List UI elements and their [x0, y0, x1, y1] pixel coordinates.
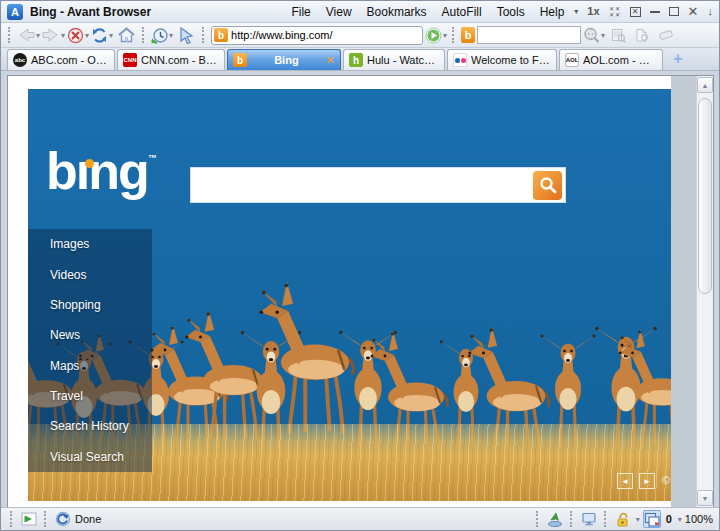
find-page-icon: [635, 28, 650, 43]
refresh-button[interactable]: ▾: [91, 24, 113, 46]
zoom-dropdown-icon[interactable]: ▾: [678, 515, 682, 524]
close-all-tabs-icon[interactable]: ✕✕✕✕: [609, 6, 621, 18]
image-copyright[interactable]: ©: [662, 474, 670, 486]
search-engine-dropdown-icon[interactable]: ▾: [601, 31, 605, 40]
minimize-button[interactable]: [650, 10, 660, 13]
menu-autofill[interactable]: AutoFill: [442, 5, 482, 19]
page-frame: bıng™ Images Videos Shopping News Maps T…: [7, 75, 714, 507]
toolbar-grip[interactable]: [8, 27, 12, 43]
bing-search-bar[interactable]: [190, 167, 566, 203]
back-button[interactable]: ▾: [17, 24, 40, 46]
menu-file[interactable]: File: [291, 5, 310, 19]
menu-item-shopping[interactable]: Shopping: [28, 290, 152, 320]
bing-search-button[interactable]: [533, 171, 562, 200]
menu-help-fill[interactable]: Tools: [497, 5, 525, 19]
tab-abc[interactable]: abc ABC.com - Officia...: [7, 49, 115, 70]
abc-favicon: abc: [13, 53, 27, 67]
maximize-button[interactable]: [669, 7, 679, 16]
bing-search-input[interactable]: [194, 171, 533, 199]
menu-item-visual-search[interactable]: Visual Search: [28, 442, 152, 472]
search-engine-select-button[interactable]: ▾: [583, 24, 605, 46]
search-box[interactable]: [477, 26, 581, 44]
menu-bookmarks[interactable]: Bookmarks: [367, 5, 427, 19]
speed-mode-button[interactable]: [546, 510, 564, 528]
tab-close-icon[interactable]: ✕: [326, 54, 335, 67]
statusbar-grip: [604, 511, 608, 527]
loading-complete-icon: [55, 511, 71, 527]
menu-item-travel[interactable]: Travel: [28, 381, 152, 411]
address-input[interactable]: [231, 29, 420, 41]
scroll-down-icon[interactable]: ▼: [697, 490, 713, 506]
menu-item-search-history[interactable]: Search History: [28, 411, 152, 441]
popup-count: 0: [666, 513, 672, 525]
popup-blocker-icon: [644, 512, 660, 527]
toolbar-grip[interactable]: [142, 27, 146, 43]
scrollbar-thumb[interactable]: [698, 98, 712, 294]
unlocked-padlock-icon: [615, 512, 630, 527]
mouse-gesture-button[interactable]: [175, 24, 197, 46]
popup-blocker-button[interactable]: [643, 510, 661, 528]
stop-dropdown-icon[interactable]: ▾: [85, 31, 89, 40]
load-status-button[interactable]: [54, 510, 72, 528]
menu-view[interactable]: View: [326, 5, 352, 19]
find-in-page-button[interactable]: [631, 24, 653, 46]
tab-flickr[interactable]: Welcome to Flickr...: [447, 49, 557, 70]
save-form-button[interactable]: [607, 24, 629, 46]
content-area: bıng™ Images Videos Shopping News Maps T…: [1, 71, 719, 507]
go-button[interactable]: ▾: [425, 24, 447, 46]
network-monitor-icon: [581, 512, 597, 526]
go-dropdown-icon[interactable]: ▾: [443, 31, 447, 40]
menu-item-videos[interactable]: Videos: [28, 259, 152, 289]
history-button[interactable]: ▾: [151, 24, 173, 46]
eraser-icon: [658, 28, 674, 42]
zoom-1x-button[interactable]: 1x: [587, 6, 599, 17]
toolbar-grip[interactable]: [202, 27, 206, 43]
menu-item-maps[interactable]: Maps: [28, 351, 152, 381]
address-bar[interactable]: b: [211, 26, 423, 45]
home-button[interactable]: [115, 24, 137, 46]
vertical-scrollbar[interactable]: ▲ ▼: [696, 76, 713, 507]
history-dropdown-icon[interactable]: ▾: [169, 31, 173, 40]
security-button[interactable]: [614, 510, 632, 528]
search-input[interactable]: [481, 29, 577, 41]
window-title: Bing - Avant Browser: [30, 5, 151, 19]
scroll-up-icon[interactable]: ▲: [697, 77, 713, 93]
close-tab-boxed-icon[interactable]: ✕: [630, 7, 641, 17]
tab-bing-active[interactable]: b Bing ✕: [227, 49, 341, 70]
aol-favicon: AOL: [565, 53, 579, 67]
forward-button[interactable]: ▾: [42, 24, 65, 46]
forward-dropdown-icon[interactable]: ▾: [61, 31, 65, 40]
tab-label: Hulu - Watch you...: [367, 54, 439, 66]
next-image-button[interactable]: ►: [639, 473, 655, 489]
back-dropdown-icon[interactable]: ▾: [36, 31, 40, 40]
tab-aol[interactable]: AOL AOL.com - Welco...: [559, 49, 663, 70]
new-tab-button[interactable]: +: [669, 50, 687, 68]
tab-cnn[interactable]: CNN CNN.com - Breaki...: [117, 49, 225, 70]
highlighter-button[interactable]: [655, 24, 677, 46]
refresh-icon: [91, 27, 108, 44]
toolbar-grip[interactable]: [452, 27, 456, 43]
browser-window: A Bing - Avant Browser File View Bookmar…: [0, 0, 720, 531]
hulu-favicon: h: [349, 53, 363, 67]
toggle-panel-button[interactable]: [20, 510, 38, 528]
security-dropdown-icon[interactable]: ▾: [636, 515, 640, 524]
menu-help[interactable]: Help: [540, 5, 565, 19]
zoom-level[interactable]: 100%: [685, 513, 713, 525]
bing-side-menu: Images Videos Shopping News Maps Travel …: [28, 229, 152, 472]
tab-label: Bing: [251, 54, 322, 66]
tab-hulu[interactable]: h Hulu - Watch you...: [343, 49, 445, 70]
previous-image-button[interactable]: ◄: [617, 473, 633, 489]
menu-item-news[interactable]: News: [28, 320, 152, 350]
minimize-to-tray-icon[interactable]: ↓: [708, 6, 714, 17]
network-button[interactable]: [580, 510, 598, 528]
menu-item-images[interactable]: Images: [28, 229, 152, 259]
status-text: Done: [75, 513, 101, 525]
go-icon: [425, 27, 442, 44]
refresh-dropdown-icon[interactable]: ▾: [109, 31, 113, 40]
close-button[interactable]: ✕: [688, 5, 699, 18]
window-controls: ▾ 1x ✕✕✕✕ ✕ ✕ ↓: [574, 5, 713, 18]
menu-overflow-chevron-icon[interactable]: ▾: [574, 8, 578, 16]
cursor-pointer-icon: [179, 27, 194, 44]
stop-button[interactable]: ▾: [67, 24, 89, 46]
statusbar-grip: [10, 511, 14, 527]
